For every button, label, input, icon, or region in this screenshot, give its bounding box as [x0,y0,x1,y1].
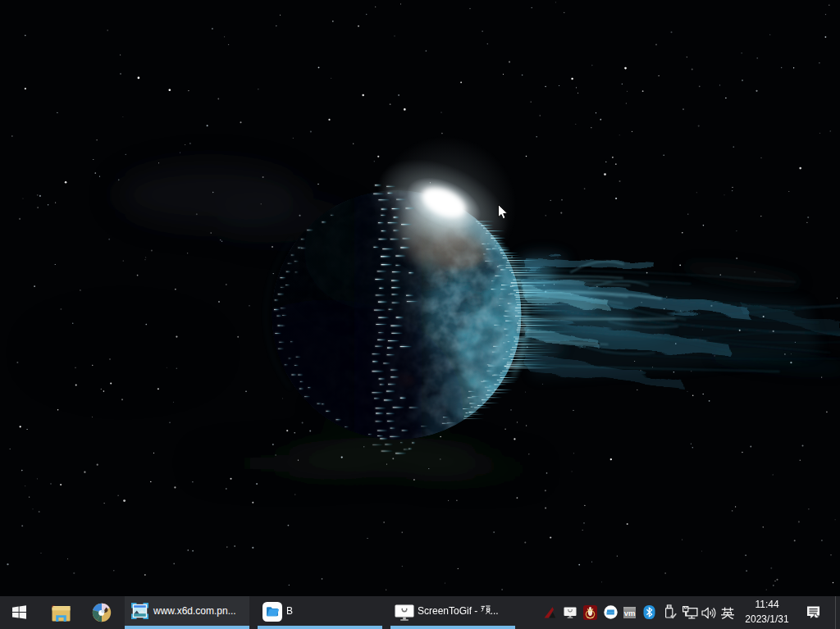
svg-text:vm: vm [624,608,636,618]
